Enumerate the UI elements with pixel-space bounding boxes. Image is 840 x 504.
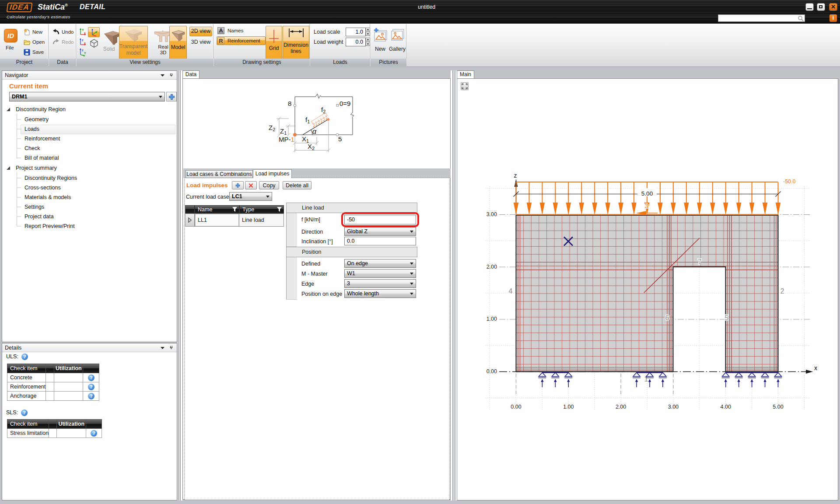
svg-text:0.00: 0.00 — [486, 368, 497, 374]
svg-text:2: 2 — [780, 287, 784, 295]
svg-text:x: x — [814, 364, 817, 371]
svg-text:z: z — [82, 49, 84, 52]
svg-text:x: x — [84, 32, 86, 35]
svg-text:Z2: Z2 — [269, 124, 275, 132]
svg-text:4: 4 — [509, 287, 513, 295]
svg-text:2.00: 2.00 — [616, 404, 626, 410]
svg-text:6: 6 — [665, 314, 669, 322]
svg-text:Y: Y — [84, 52, 86, 55]
svg-text:z: z — [514, 172, 517, 179]
svg-text:4.00: 4.00 — [721, 404, 731, 410]
svg-text:f1: f1 — [305, 116, 310, 124]
svg-text:5: 5 — [725, 314, 729, 322]
svg-text:X2: X2 — [308, 143, 315, 151]
svg-text:3: 3 — [645, 202, 648, 210]
svg-text:2.00: 2.00 — [486, 264, 497, 270]
svg-text:3.00: 3.00 — [486, 211, 497, 217]
svg-text:-50.0: -50.0 — [783, 178, 796, 185]
svg-text:1.00: 1.00 — [563, 404, 574, 410]
svg-text:8: 8 — [288, 100, 291, 107]
svg-text:MP-1: MP-1 — [279, 136, 294, 143]
svg-text:5.00: 5.00 — [773, 404, 783, 410]
svg-text:0=9: 0=9 — [340, 100, 350, 107]
svg-text:Z1: Z1 — [280, 127, 287, 136]
svg-text:x: x — [84, 42, 86, 45]
svg-text:1.00: 1.00 — [486, 316, 497, 322]
svg-text:3.00: 3.00 — [668, 404, 679, 410]
svg-text:5: 5 — [338, 135, 342, 143]
svg-text:0.00: 0.00 — [511, 404, 521, 410]
svg-text:z: z — [82, 38, 84, 42]
svg-text:7: 7 — [698, 258, 702, 266]
svg-text:5.00: 5.00 — [641, 190, 653, 197]
svg-text:f2: f2 — [321, 106, 326, 114]
svg-text:α: α — [312, 128, 317, 135]
